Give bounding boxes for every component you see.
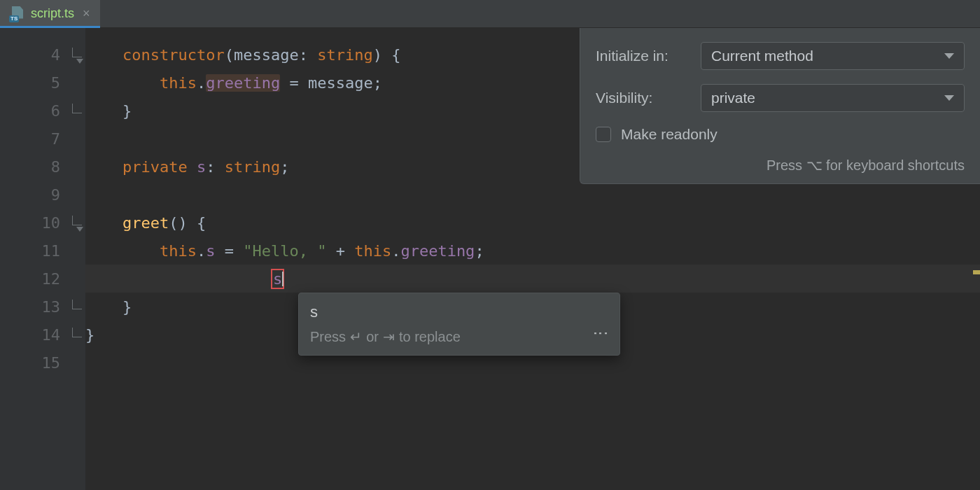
fold-end-icon: [72, 328, 82, 337]
line-number[interactable]: 12: [0, 265, 69, 293]
code-line[interactable]: this.s = "Hello, " + this.greeting;: [85, 237, 980, 265]
code-line[interactable]: greet() {: [85, 209, 980, 237]
line-number[interactable]: 13: [0, 293, 69, 321]
visibility-select[interactable]: private: [701, 84, 965, 112]
rename-input[interactable]: s: [310, 303, 608, 321]
line-number[interactable]: 15: [0, 349, 69, 377]
line-number[interactable]: 10: [0, 209, 69, 237]
make-readonly-label: Make readonly: [621, 126, 718, 143]
change-marker[interactable]: [973, 270, 980, 274]
current-line-highlight: [85, 265, 980, 293]
enter-key-icon: ↵: [350, 328, 362, 345]
initialize-in-label: Initialize in:: [596, 48, 694, 64]
more-options-icon[interactable]: ⋮: [592, 326, 610, 342]
select-value: private: [711, 90, 755, 106]
fold-toggle-icon[interactable]: [72, 48, 82, 57]
line-number-gutter: 4 5 6 7 8 9 10 11 12 13 14 15: [0, 28, 69, 490]
fold-end-icon: [72, 104, 82, 113]
tab-filename: script.ts: [31, 6, 74, 21]
line-number[interactable]: 4: [0, 41, 69, 69]
select-value: Current method: [711, 48, 813, 64]
rename-target[interactable]: s: [271, 269, 284, 289]
rename-hint: Press ↵ or ⇥ to replace: [310, 328, 608, 345]
option-key-icon: ⌥: [806, 158, 822, 173]
line-number[interactable]: 11: [0, 237, 69, 265]
line-number[interactable]: 6: [0, 97, 69, 125]
chevron-down-icon: [944, 53, 954, 59]
visibility-label: Visibility:: [596, 90, 694, 106]
fold-toggle-icon[interactable]: [72, 216, 82, 225]
fold-gutter: [69, 28, 85, 490]
tab-key-icon: ⇥: [383, 328, 395, 345]
code-line[interactable]: [85, 181, 980, 209]
typescript-file-icon: TS: [10, 6, 25, 22]
line-number[interactable]: 8: [0, 153, 69, 181]
introduce-field-panel: Initialize in: Current method Visibility…: [580, 28, 980, 184]
fold-end-icon: [72, 300, 82, 309]
line-number[interactable]: 9: [0, 181, 69, 209]
text-caret: [282, 272, 284, 286]
make-readonly-checkbox[interactable]: [596, 127, 611, 142]
panel-shortcut-hint: Press ⌥ for keyboard shortcuts: [596, 157, 965, 174]
chevron-down-icon: [944, 95, 954, 101]
line-number[interactable]: 7: [0, 125, 69, 153]
line-number[interactable]: 5: [0, 69, 69, 97]
tab-bar: TS script.ts ×: [0, 0, 980, 28]
close-tab-icon[interactable]: ×: [83, 6, 90, 21]
rename-popup: s Press ↵ or ⇥ to replace ⋮: [298, 293, 620, 356]
initialize-in-select[interactable]: Current method: [701, 42, 965, 70]
file-tab[interactable]: TS script.ts ×: [0, 0, 100, 27]
line-number[interactable]: 14: [0, 321, 69, 349]
